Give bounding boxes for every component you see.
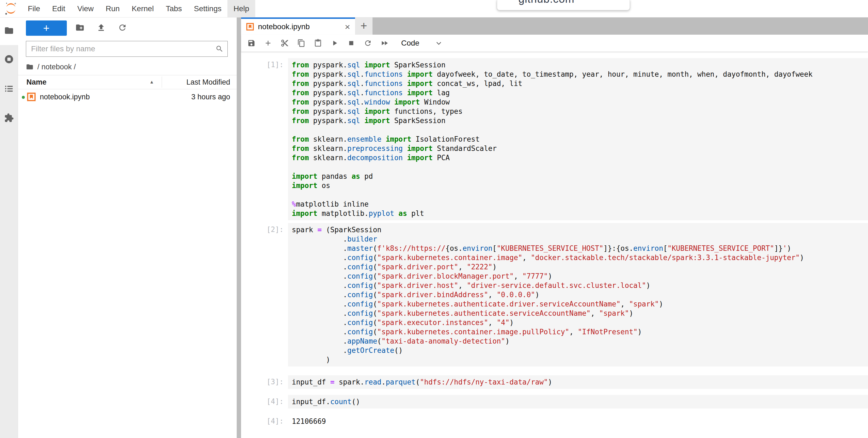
- restart-kernel-button[interactable]: [361, 36, 374, 50]
- popup-url-text: github.com: [497, 0, 630, 5]
- sidebar-splitter[interactable]: [237, 17, 241, 438]
- new-tab-button[interactable]: +: [355, 17, 373, 35]
- filter-files-input[interactable]: [26, 41, 227, 57]
- notebook-tab-icon: [246, 23, 254, 31]
- main-dock: notebook.ipynb × +: [241, 17, 868, 438]
- search-icon: [215, 45, 224, 53]
- refresh-button[interactable]: [118, 23, 127, 32]
- notebook-file-icon: [27, 92, 36, 101]
- sort-ascending-icon: ▲: [149, 75, 154, 89]
- menu-item-view[interactable]: View: [71, 0, 99, 17]
- cell-editor[interactable]: from pyspark.sql import SparkSession fro…: [288, 58, 868, 220]
- save-button[interactable]: [245, 36, 258, 50]
- copy-cells-button[interactable]: [295, 36, 308, 50]
- column-header-modified[interactable]: Last Modified: [186, 75, 230, 89]
- menubar-items: FileEditViewRunKernelTabsSettingsHelp: [22, 0, 255, 17]
- extension-manager-tab[interactable]: [4, 113, 14, 123]
- tab-notebook[interactable]: notebook.ipynb ×: [241, 17, 355, 35]
- interrupt-kernel-button[interactable]: [345, 36, 358, 50]
- code-cell: [3]:input_df = spark.read.parquet("hdfs:…: [241, 375, 868, 389]
- table-of-contents-tab[interactable]: [4, 84, 14, 94]
- execution-prompt: [2]:: [241, 223, 288, 234]
- file-browser-tab[interactable]: [4, 26, 14, 35]
- new-folder-icon: [75, 23, 85, 32]
- menu-item-help[interactable]: Help: [227, 0, 255, 17]
- copy-icon: [297, 39, 305, 47]
- breadcrumb[interactable]: / notebook /: [26, 61, 76, 72]
- running-sessions-icon: [4, 54, 14, 64]
- tab-close-icon[interactable]: ×: [345, 22, 350, 31]
- menu-item-kernel[interactable]: Kernel: [126, 0, 160, 17]
- cells-container: [1]:from pyspark.sql import SparkSession…: [241, 58, 868, 428]
- filter-box: [26, 41, 228, 57]
- cell-editor[interactable]: spark = (SparkSession .builder .master(f…: [288, 223, 868, 367]
- cell-type-dropdown[interactable]: Code: [401, 39, 442, 48]
- running-sessions-tab[interactable]: [4, 54, 14, 64]
- link-preview-popup: github.com: [497, 0, 630, 10]
- menubar: FileEditViewRunKernelTabsSettingsHelp: [0, 0, 868, 18]
- home-folder-icon: [26, 63, 34, 71]
- output-area: 12106669: [288, 414, 868, 428]
- breadcrumb-path: / notebook /: [37, 63, 76, 71]
- column-divider: [162, 77, 162, 88]
- add-cell-icon: [264, 39, 272, 47]
- output-prompt: [4]:: [241, 414, 288, 425]
- restart-icon: [364, 39, 372, 47]
- menu-item-tabs[interactable]: Tabs: [160, 0, 188, 17]
- menu-item-edit[interactable]: Edit: [46, 0, 71, 17]
- paste-cells-button[interactable]: [311, 36, 324, 50]
- refresh-icon: [118, 23, 127, 32]
- menu-item-settings[interactable]: Settings: [188, 0, 227, 17]
- kernel-running-dot: [22, 96, 25, 99]
- table-of-contents-icon: [4, 84, 14, 94]
- menu-item-file[interactable]: File: [22, 0, 46, 17]
- menu-item-run[interactable]: Run: [100, 0, 126, 17]
- execution-prompt: [1]:: [241, 58, 288, 69]
- code-cell: [1]:from pyspark.sql import SparkSession…: [241, 58, 868, 220]
- cut-icon: [281, 39, 289, 47]
- output-row: [4]:12106669: [241, 414, 868, 428]
- folder-icon: [4, 26, 14, 35]
- paste-icon: [314, 39, 322, 47]
- fast-forward-icon: [380, 39, 389, 47]
- restart-run-all-button[interactable]: [378, 36, 391, 50]
- add-cell-button[interactable]: [261, 36, 275, 50]
- jupyter-logo-icon: [4, 2, 18, 15]
- run-icon: [331, 39, 339, 47]
- upload-icon: [96, 23, 106, 32]
- new-launcher-button[interactable]: +: [26, 21, 67, 36]
- jupyterlab-app: FileEditViewRunKernelTabsSettingsHelp gi…: [0, 0, 868, 438]
- execution-prompt: [3]:: [241, 375, 288, 386]
- tab-label: notebook.ipynb: [258, 22, 310, 31]
- notebook-toolbar: Code: [241, 35, 868, 52]
- cell-type-value: Code: [401, 39, 420, 48]
- file-list-header: Name ▲ Last Modified: [18, 75, 237, 89]
- file-modified: 3 hours ago: [191, 89, 230, 105]
- file-browser-panel: + / notebook /: [18, 17, 237, 438]
- code-cell: [2]:spark = (SparkSession .builder .mast…: [241, 223, 868, 367]
- new-folder-button[interactable]: [75, 23, 85, 32]
- activity-bar: [0, 17, 18, 438]
- save-icon: [247, 39, 255, 47]
- extensions-icon: [4, 113, 14, 123]
- column-header-name[interactable]: Name: [27, 75, 46, 89]
- file-name: notebook.ipynb: [40, 89, 90, 105]
- dock-tab-bar: notebook.ipynb × +: [241, 17, 868, 35]
- chevron-down-icon: [435, 39, 442, 47]
- stop-icon: [347, 39, 355, 47]
- run-cell-button[interactable]: [328, 36, 341, 50]
- file-list-item[interactable]: notebook.ipynb 3 hours ago: [18, 89, 237, 105]
- upload-button[interactable]: [96, 23, 106, 32]
- execution-prompt: [4]:: [241, 395, 288, 406]
- notebook-content: [1]:from pyspark.sql import SparkSession…: [241, 52, 868, 438]
- cut-cells-button[interactable]: [278, 36, 291, 50]
- cell-editor[interactable]: input_df.count(): [288, 395, 868, 409]
- code-cell: [4]:input_df.count(): [241, 395, 868, 409]
- cell-editor[interactable]: input_df = spark.read.parquet("hdfs://hd…: [288, 375, 868, 389]
